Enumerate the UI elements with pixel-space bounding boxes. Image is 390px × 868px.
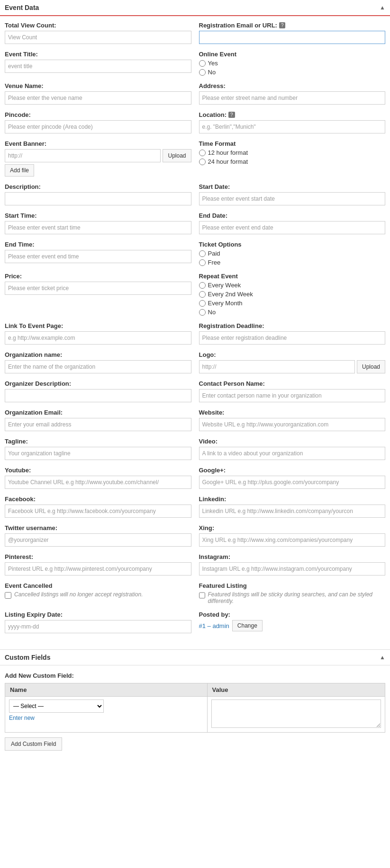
contact-person-input[interactable]: [199, 389, 386, 402]
row-expiry-postedby: Listing Expiry Date: Posted by: #1 – adm…: [5, 611, 385, 633]
repeat-every-month-label: Every Month: [208, 300, 243, 307]
end-time-input[interactable]: [5, 250, 191, 263]
youtube-input[interactable]: [5, 476, 191, 489]
ticket-free[interactable]: Free: [199, 259, 386, 266]
col-address: Address:: [199, 82, 386, 105]
time-format-12h-radio[interactable]: [199, 150, 206, 156]
repeat-event-radio-group: Every Week Every 2nd Week Every Month No: [199, 282, 386, 316]
repeat-every-week-radio[interactable]: [199, 282, 206, 289]
logo-url-input[interactable]: [199, 360, 355, 373]
address-input[interactable]: [199, 91, 386, 105]
row-facebook-linkedin: Facebook: Linkedin:: [5, 496, 385, 518]
online-event-no[interactable]: No: [199, 69, 386, 76]
twitter-input[interactable]: [5, 533, 191, 547]
collapse-arrow-icon[interactable]: ▲: [380, 4, 385, 11]
col-end-time: End Time:: [5, 241, 191, 266]
custom-field-name-select[interactable]: — Select —: [9, 700, 104, 713]
price-input[interactable]: [5, 282, 191, 295]
linkedin-input[interactable]: [199, 505, 386, 518]
ticket-paid[interactable]: Paid: [199, 250, 386, 257]
featured-listing-checkbox[interactable]: [199, 592, 205, 599]
view-count-input[interactable]: [5, 31, 191, 44]
row-description-startdate: Description: Start Date:: [5, 183, 385, 205]
location-label: Location:: [199, 111, 227, 118]
repeat-every-2nd-week[interactable]: Every 2nd Week: [199, 291, 386, 298]
link-event-page-label: Link To Event Page:: [5, 322, 191, 329]
repeat-no-radio[interactable]: [199, 309, 206, 316]
reg-email-label: Registration Email or URL:: [199, 22, 277, 29]
posted-by-label: Posted by:: [199, 611, 386, 618]
location-input[interactable]: [199, 120, 386, 133]
featured-listing-checkbox-text: Featured listings will be sticky during …: [208, 591, 386, 604]
time-format-24h[interactable]: 24 hour format: [199, 158, 386, 165]
ticket-paid-radio[interactable]: [199, 250, 206, 257]
repeat-every-month[interactable]: Every Month: [199, 300, 386, 307]
custom-fields-title: Custom Fields: [5, 654, 50, 661]
repeat-no[interactable]: No: [199, 309, 386, 316]
reg-email-help-badge[interactable]: ?: [279, 22, 286, 28]
instagram-input[interactable]: [199, 562, 386, 576]
reg-email-input[interactable]: wpglossy@gmail.com: [199, 31, 386, 44]
col-featured-listing: Featured Listing Featured listings will …: [199, 582, 386, 604]
description-input[interactable]: [5, 192, 191, 205]
time-format-24h-radio[interactable]: [199, 159, 206, 165]
facebook-input[interactable]: [5, 505, 191, 518]
venue-name-label: Venue Name:: [5, 82, 191, 89]
online-event-yes-radio[interactable]: [199, 60, 206, 67]
website-input[interactable]: [199, 418, 386, 431]
col-price: Price:: [5, 273, 191, 316]
ticket-options-radio-group: Paid Free: [199, 250, 386, 266]
listing-expiry-label: Listing Expiry Date:: [5, 611, 191, 618]
col-facebook: Facebook:: [5, 496, 191, 518]
location-label-row: Location: ?: [199, 111, 386, 118]
row-orgemail-website: Organization Email: Website:: [5, 409, 385, 431]
custom-fields-arrow-icon[interactable]: ▲: [380, 654, 385, 661]
event-banner-url-input[interactable]: [5, 149, 161, 162]
ticket-free-radio[interactable]: [199, 259, 206, 266]
col-video: Video:: [199, 438, 386, 460]
linkedin-label: Linkedin:: [199, 496, 386, 503]
pincode-input[interactable]: [5, 120, 191, 133]
online-event-no-radio[interactable]: [199, 69, 206, 76]
listing-expiry-input[interactable]: [5, 620, 191, 633]
org-name-input[interactable]: [5, 360, 191, 373]
custom-fields-table-head: Name Value: [5, 683, 385, 697]
start-time-label: Start Time:: [5, 212, 191, 219]
event-banner-upload-button[interactable]: Upload: [163, 149, 191, 162]
enter-new-link[interactable]: Enter new: [9, 715, 203, 721]
video-input[interactable]: [199, 447, 386, 460]
twitter-label: Twitter username:: [5, 524, 191, 531]
link-event-page-input[interactable]: [5, 331, 191, 345]
repeat-every-week[interactable]: Every Week: [199, 282, 386, 289]
col-event-title: Event Title:: [5, 51, 191, 76]
posted-by-change-button[interactable]: Change: [232, 620, 263, 631]
location-help-badge[interactable]: ?: [228, 112, 235, 118]
time-format-label: Time Format: [199, 140, 386, 147]
logo-upload-button[interactable]: Upload: [357, 360, 385, 373]
event-cancelled-checkbox[interactable]: [5, 592, 11, 599]
row-cancelled-featured: Event Cancelled Cancelled listings will …: [5, 582, 385, 604]
event-banner-add-file-button[interactable]: Add file: [5, 164, 34, 177]
end-date-input[interactable]: [199, 221, 386, 234]
custom-field-value-textarea[interactable]: [211, 700, 381, 728]
add-custom-field-button[interactable]: Add Custom Field: [5, 737, 62, 751]
custom-fields-name-cell: — Select — Enter new: [5, 697, 208, 733]
event-title-input[interactable]: [5, 60, 191, 73]
tagline-input[interactable]: [5, 447, 191, 460]
reg-deadline-input[interactable]: [199, 331, 386, 345]
online-event-yes[interactable]: Yes: [199, 60, 386, 67]
pinterest-input[interactable]: [5, 562, 191, 576]
organizer-desc-input[interactable]: [5, 389, 191, 402]
google-plus-input[interactable]: [199, 476, 386, 489]
venue-name-input[interactable]: [5, 91, 191, 105]
xing-input[interactable]: [199, 533, 386, 547]
time-format-12h[interactable]: 12 hour format: [199, 149, 386, 156]
col-instagram: Instagram:: [199, 553, 386, 576]
org-email-input[interactable]: [5, 418, 191, 431]
col-view-count: Total View Count:: [5, 22, 191, 44]
custom-fields-value-header: Value: [207, 683, 385, 697]
repeat-every-month-radio[interactable]: [199, 300, 206, 307]
start-time-input[interactable]: [5, 221, 191, 234]
repeat-every-2nd-week-radio[interactable]: [199, 291, 206, 298]
start-date-input[interactable]: [199, 192, 386, 205]
